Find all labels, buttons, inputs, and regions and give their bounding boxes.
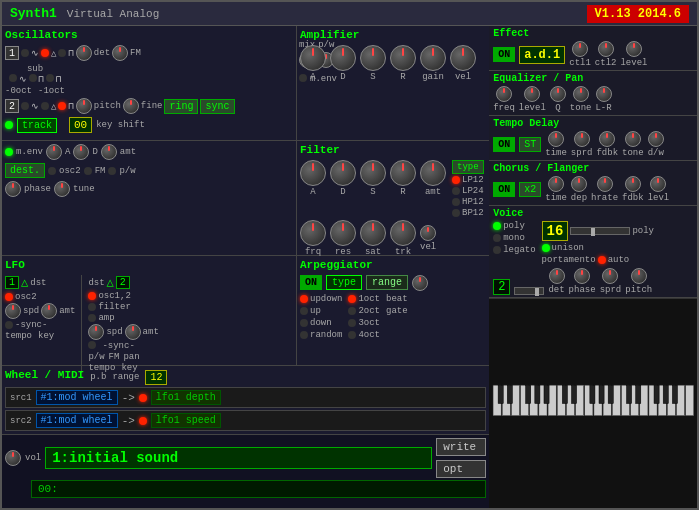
poly-led[interactable] [493, 222, 501, 230]
arp-type-btn[interactable]: type [326, 275, 362, 290]
unison-led[interactable] [542, 244, 550, 252]
lfo2-amp-led[interactable] [88, 314, 96, 322]
voice-phase-knob[interactable] [574, 268, 590, 284]
voice-pitch-knob[interactable] [631, 268, 647, 284]
dest-osc2-led[interactable] [48, 167, 56, 175]
menv-led2[interactable] [5, 148, 13, 156]
lfo2-sync-led[interactable] [88, 341, 96, 349]
hp12-led[interactable] [452, 198, 460, 206]
src2-arrow-led[interactable] [139, 417, 147, 425]
filt-d-knob[interactable] [330, 160, 356, 186]
arp-beat-knob[interactable] [412, 275, 428, 291]
pat-up-led[interactable] [300, 307, 308, 315]
amp-s-knob[interactable] [360, 45, 386, 71]
td-fdbk-knob[interactable] [599, 131, 615, 147]
lfo2-amt-knob[interactable] [125, 324, 141, 340]
ch-fdbk-knob[interactable] [625, 176, 641, 192]
lfo2-spd-knob[interactable] [88, 324, 104, 340]
osc1-led1[interactable] [21, 49, 29, 57]
lfo1-amt-knob[interactable] [41, 303, 57, 319]
menv-led[interactable] [299, 74, 307, 82]
menv-d-knob[interactable] [73, 144, 89, 160]
effect-on-btn[interactable]: ON [493, 47, 515, 62]
chorus-on-btn[interactable]: ON [493, 182, 515, 197]
voice-slider[interactable] [570, 227, 630, 235]
osc1-det-knob[interactable] [76, 45, 92, 61]
osc1-fm-knob[interactable] [112, 45, 128, 61]
td-sprd-knob[interactable] [574, 131, 590, 147]
legato-led[interactable] [493, 246, 501, 254]
osc2-pitch-knob[interactable] [76, 98, 92, 114]
osc2-fine-knob[interactable] [123, 98, 139, 114]
lp12-led[interactable] [452, 176, 460, 184]
sub-led3[interactable] [46, 74, 54, 82]
pat-random-led[interactable] [300, 331, 308, 339]
amp-a-knob[interactable] [300, 45, 326, 71]
src1-dest[interactable]: lfo1 depth [151, 390, 221, 405]
tune-knob[interactable] [54, 181, 70, 197]
track-led[interactable] [5, 121, 13, 129]
osc2-led3[interactable] [58, 102, 66, 110]
lfo1-spd-knob[interactable] [5, 303, 21, 319]
lfo2-osc-led[interactable] [88, 292, 96, 300]
bp12-led[interactable] [452, 209, 460, 217]
sub-led1[interactable] [9, 74, 17, 82]
eff-ctl1-knob[interactable] [572, 41, 588, 57]
eq-freq-knob[interactable] [496, 86, 512, 102]
eq-level-knob[interactable] [524, 86, 540, 102]
track-btn[interactable]: track [17, 118, 57, 133]
mono-led[interactable] [493, 234, 501, 242]
arp-range-btn[interactable]: range [366, 275, 408, 290]
td-time-knob[interactable] [548, 131, 564, 147]
lfo2-filter-led[interactable] [88, 303, 96, 311]
td-st-btn[interactable]: ST [519, 137, 541, 152]
phase-knob[interactable] [5, 181, 21, 197]
src1-mod-wheel[interactable]: #1:mod wheel [36, 390, 118, 405]
td-dw-knob[interactable] [648, 131, 664, 147]
sub-led2[interactable] [29, 74, 37, 82]
voice-sprd-knob[interactable] [602, 268, 618, 284]
filt-res-knob[interactable] [330, 220, 356, 246]
auto-led[interactable] [598, 256, 606, 264]
amp-gain-knob[interactable] [420, 45, 446, 71]
amp-vel-knob[interactable] [450, 45, 476, 71]
eff-level-knob[interactable] [626, 41, 642, 57]
src2-mod-wheel[interactable]: #1:mod wheel [36, 413, 118, 428]
lp24-led[interactable] [452, 187, 460, 195]
vol-knob[interactable] [5, 450, 21, 466]
lfo1-sync-led[interactable] [5, 321, 13, 329]
eq-tone-knob[interactable] [573, 86, 589, 102]
filt-r-knob[interactable] [390, 160, 416, 186]
filter-type-btn[interactable]: type [452, 160, 484, 174]
osc2-led2[interactable] [41, 102, 49, 110]
filt-sat-knob[interactable] [360, 220, 386, 246]
rng-2oct-led[interactable] [348, 307, 356, 315]
menv-a-knob[interactable] [46, 144, 62, 160]
opt-btn[interactable]: opt [436, 460, 486, 478]
eq-lr-knob[interactable] [596, 86, 612, 102]
ch-time-knob[interactable] [548, 176, 564, 192]
dest-fm-led[interactable] [84, 167, 92, 175]
src2-dest[interactable]: lfo1 speed [151, 413, 221, 428]
amp-d-knob[interactable] [330, 45, 356, 71]
td-tone-knob[interactable] [625, 131, 641, 147]
dest-pw-led[interactable] [108, 167, 116, 175]
eff-ctl2-knob[interactable] [598, 41, 614, 57]
osc2-led1[interactable] [21, 102, 29, 110]
voice-det-knob[interactable] [549, 268, 565, 284]
dest-btn[interactable]: dest. [5, 163, 45, 178]
pat-updown-led[interactable] [300, 295, 308, 303]
td-on-btn[interactable]: ON [493, 137, 515, 152]
eq-q-knob[interactable] [550, 86, 566, 102]
osc1-led2[interactable] [41, 49, 49, 57]
filt-vel-knob[interactable] [420, 225, 436, 241]
ch-rate-knob[interactable] [597, 176, 613, 192]
ring-btn[interactable]: ring [164, 99, 198, 114]
ch-levl-knob[interactable] [650, 176, 666, 192]
rng-4oct-led[interactable] [348, 331, 356, 339]
filt-frq-knob[interactable] [300, 220, 326, 246]
rng-1oct-led[interactable] [348, 295, 356, 303]
amp-r-knob[interactable] [390, 45, 416, 71]
filt-trk-knob[interactable] [390, 220, 416, 246]
write-btn[interactable]: write [436, 438, 486, 456]
